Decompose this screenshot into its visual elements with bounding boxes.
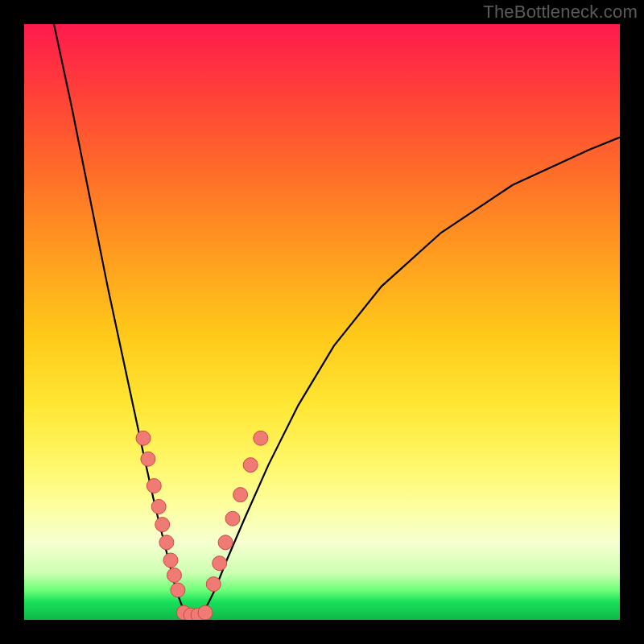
dot-left (167, 568, 182, 583)
dot-left (136, 431, 151, 445)
dot-left (171, 583, 185, 597)
dot-right (225, 511, 240, 526)
dot-right (243, 458, 258, 473)
dot-left (147, 479, 161, 493)
dot-right (206, 577, 221, 592)
outer-frame: TheBottleneck.com (0, 0, 644, 644)
dot-right (233, 488, 248, 502)
bottleneck-curve (54, 24, 620, 617)
dot-right (254, 431, 268, 445)
dot-left (163, 553, 178, 568)
dot-left (155, 518, 170, 532)
watermark-text: TheBottleneck.com (483, 2, 638, 23)
data-dots (136, 431, 268, 620)
dot-right (218, 535, 233, 550)
plot-area (24, 24, 620, 620)
dot-bottom (198, 605, 213, 620)
dot-right (213, 556, 227, 571)
dot-left (159, 535, 174, 550)
curve-layer (24, 24, 620, 620)
dot-left (141, 452, 155, 466)
curve-right-branch (203, 138, 620, 614)
dot-left (151, 499, 166, 514)
